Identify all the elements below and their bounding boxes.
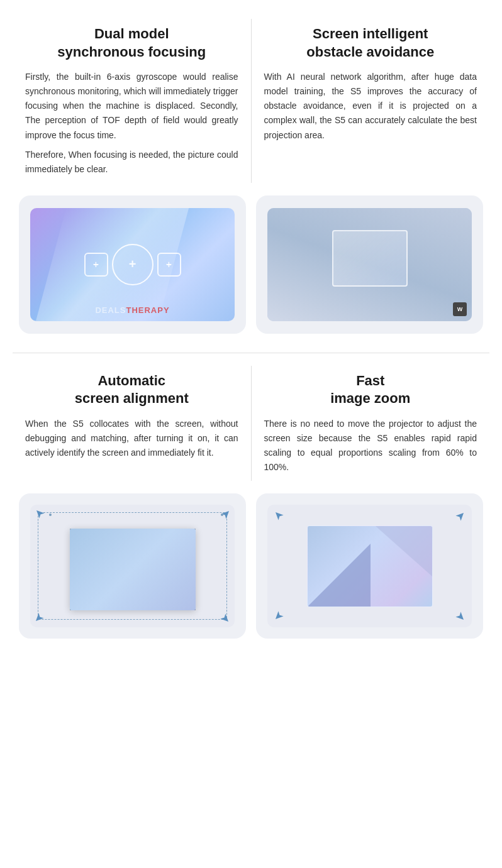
crosshair-center: + <box>112 244 153 285</box>
corner-indicator-tl <box>49 514 52 516</box>
zoom-title: Fast image zoom <box>264 372 477 408</box>
dual-model-col: Dual model synchronous focusing Firstly,… <box>13 19 251 183</box>
dual-model-body1: Firstly, the built-in 6-axis gyroscope w… <box>25 70 238 177</box>
crosshair-right: + <box>157 253 181 277</box>
zoom-col: Fast image zoom There is no need to move… <box>252 366 490 481</box>
zoom-visual: ➤ ➤ ➤ ➤ <box>267 505 472 627</box>
crosshair-left: + <box>84 253 108 277</box>
logo-text: W <box>457 306 463 312</box>
zoom-arrow-tl: ➤ <box>270 507 286 524</box>
screen-intelligent-col: Screen intelligent obstacle avoidance Wi… <box>252 19 490 183</box>
alignment-body: When the S5 collocates with the screen, … <box>25 417 238 460</box>
plus-icon-left: + <box>93 260 98 270</box>
image-row-1: + + + DEALSTHERAPY <box>13 195 489 334</box>
zoom-image-card: ➤ ➤ ➤ ➤ <box>256 493 483 639</box>
plus-icon-center: + <box>129 257 137 272</box>
feature-row-2: Automatic screen alignment When the S5 c… <box>13 366 489 481</box>
projector-logo: W <box>453 302 467 316</box>
zoom-body: There is no need to move the projector t… <box>264 417 477 475</box>
arrow-bottom-right: ➤ <box>217 610 235 627</box>
zoom-arrow-bl: ➤ <box>270 608 286 625</box>
section-divider <box>13 353 489 353</box>
zoom-arrow-tr: ➤ <box>452 507 469 524</box>
obstacle-visual: W <box>267 208 472 321</box>
focusing-image-card: + + + DEALSTHERAPY <box>19 195 246 334</box>
alignment-visual: ➤ ➤ ➤ ➤ <box>30 505 235 627</box>
alignment-arrows: ➤ ➤ ➤ ➤ <box>30 505 235 627</box>
alignment-col: Automatic screen alignment When the S5 c… <box>13 366 251 481</box>
page: Dual model synchronous focusing Firstly,… <box>0 0 502 676</box>
obstacle-image-card: W <box>256 195 483 334</box>
screen-intelligent-body: With AI neural network algorithm, after … <box>264 70 477 142</box>
alignment-title: Automatic screen alignment <box>25 372 238 408</box>
alignment-image-card: ➤ ➤ ➤ ➤ <box>19 493 246 639</box>
crosshair-group: + + + <box>84 244 181 285</box>
feature-row-1: Dual model synchronous focusing Firstly,… <box>13 19 489 183</box>
zoom-arrows: ➤ ➤ ➤ ➤ <box>267 505 472 627</box>
image-row-2: ➤ ➤ ➤ ➤ ➤ ➤ ➤ ➤ <box>13 493 489 639</box>
zoom-arrow-br: ➤ <box>452 608 469 625</box>
projected-rect <box>332 230 408 287</box>
screen-intelligent-title: Screen intelligent obstacle avoidance <box>264 25 477 61</box>
dual-model-title: Dual model synchronous focusing <box>25 25 238 61</box>
focus-visual: + + + DEALSTHERAPY <box>30 208 235 321</box>
arrow-top-left: ➤ <box>30 505 48 522</box>
arrow-top-right: ➤ <box>217 505 235 522</box>
plus-icon-right: + <box>166 260 171 270</box>
arrow-bottom-left: ➤ <box>30 610 48 627</box>
